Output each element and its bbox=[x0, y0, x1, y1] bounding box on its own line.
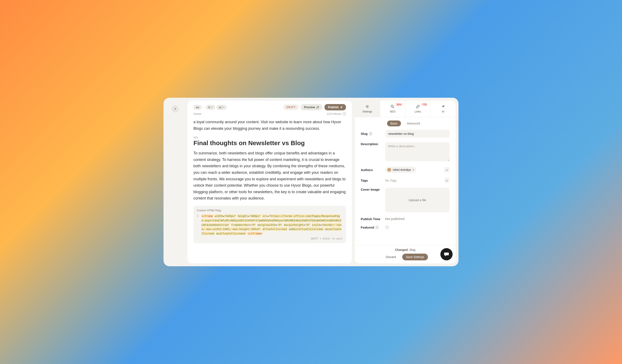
external-link-icon bbox=[316, 106, 319, 109]
svg-point-0 bbox=[367, 106, 368, 107]
featured-toggle[interactable] bbox=[385, 225, 389, 229]
h2-marker: h2# bbox=[194, 136, 346, 139]
info-icon[interactable]: i bbox=[343, 112, 346, 115]
links-badge: 7✕ bbox=[421, 103, 428, 106]
preview-button[interactable]: Preview bbox=[301, 104, 323, 110]
sidebar-panel: Settings 18% SEO 7✕ Links AI bbox=[355, 101, 456, 263]
publish-button[interactable]: Publish bbox=[325, 104, 346, 110]
svg-point-1 bbox=[391, 105, 393, 107]
description-input[interactable] bbox=[385, 142, 450, 161]
avatar bbox=[387, 168, 391, 172]
discard-button[interactable]: Discard bbox=[382, 254, 399, 260]
lang-tab-en[interactable]: en bbox=[194, 105, 202, 110]
seo-badge: 18% bbox=[395, 103, 402, 106]
code-hint: SHIFT + Enter to exit bbox=[197, 237, 343, 240]
tab-ai[interactable]: AI bbox=[430, 101, 456, 117]
save-settings-button[interactable]: Save Settings bbox=[402, 254, 428, 260]
toggle-advanced[interactable]: Advanced bbox=[404, 120, 423, 126]
no-tags-text: No Tags bbox=[385, 179, 397, 182]
description-label: Description bbox=[361, 142, 382, 146]
slug-label: Slug i bbox=[361, 130, 382, 137]
authors-label: Authors bbox=[361, 167, 382, 173]
featured-label: Featured i bbox=[361, 225, 382, 229]
saved-status: Saved bbox=[194, 112, 201, 115]
tab-seo[interactable]: 18% SEO bbox=[380, 101, 405, 117]
intro-paragraph[interactable]: a loyal community around your content. V… bbox=[194, 119, 346, 132]
line-number: 1 bbox=[197, 214, 198, 236]
author-chip: Ishini Avindya × bbox=[385, 167, 416, 173]
editor-header: en · fr+ ar+ DRAFT Preview Publish bbox=[188, 101, 352, 119]
editor-content[interactable]: a loyal community around your content. V… bbox=[188, 119, 352, 263]
remove-author-button[interactable]: × bbox=[412, 168, 414, 172]
tab-links[interactable]: 7✕ Links bbox=[405, 101, 431, 117]
slug-input[interactable] bbox=[385, 130, 450, 137]
x-icon: ✕ bbox=[424, 103, 427, 106]
changed-indicator: Changed: Slug bbox=[395, 248, 415, 251]
info-icon[interactable]: i bbox=[369, 132, 372, 135]
language-tabs: en · fr+ ar+ bbox=[194, 105, 227, 110]
publish-time-label: Publish Time bbox=[361, 217, 382, 221]
lang-separator: · bbox=[203, 106, 205, 109]
lang-tab-fr[interactable]: fr+ bbox=[206, 105, 215, 110]
editor-panel: en · fr+ ar+ DRAFT Preview Publish bbox=[188, 101, 352, 263]
publish-time-value: Not published bbox=[385, 217, 405, 221]
cover-image-label: Cover Image bbox=[361, 188, 382, 191]
word-count: 1223 Words i bbox=[327, 112, 346, 115]
code-block[interactable]: Custom HTML/Twig 1 <iframe width="640px"… bbox=[194, 206, 346, 243]
add-tag-button[interactable]: + bbox=[444, 178, 450, 183]
upload-area[interactable]: Upload a file bbox=[385, 188, 450, 212]
back-button[interactable] bbox=[172, 105, 179, 113]
body-paragraph[interactable]: To summarize, both newsletters and blogs… bbox=[194, 150, 346, 202]
info-icon[interactable]: i bbox=[375, 226, 379, 229]
code-block-label: Custom HTML/Twig bbox=[197, 209, 343, 212]
tags-label: Tags bbox=[361, 178, 382, 183]
svg-line-2 bbox=[393, 107, 394, 108]
chat-icon bbox=[444, 251, 449, 257]
sidebar-tabs: Settings 18% SEO 7✕ Links AI bbox=[355, 101, 456, 117]
gear-icon bbox=[365, 104, 369, 109]
lang-tab-ar[interactable]: ar+ bbox=[216, 105, 226, 110]
tab-settings[interactable]: Settings bbox=[355, 101, 380, 117]
settings-mode-toggle: Basic Advanced bbox=[355, 117, 456, 130]
add-author-button[interactable]: + bbox=[444, 167, 450, 172]
section-heading[interactable]: Final thoughts on Newsletter vs Blog bbox=[194, 139, 346, 147]
caret-left-icon bbox=[174, 108, 176, 110]
code-text[interactable]: <iframe width="640px" height="480px" src… bbox=[201, 214, 343, 236]
draft-badge: DRAFT bbox=[283, 104, 298, 110]
link-icon bbox=[416, 104, 420, 109]
toggle-basic[interactable]: Basic bbox=[387, 120, 401, 126]
send-icon bbox=[340, 106, 343, 109]
sparkle-icon bbox=[441, 104, 445, 109]
chat-fab[interactable] bbox=[440, 248, 453, 260]
search-icon bbox=[390, 104, 395, 109]
